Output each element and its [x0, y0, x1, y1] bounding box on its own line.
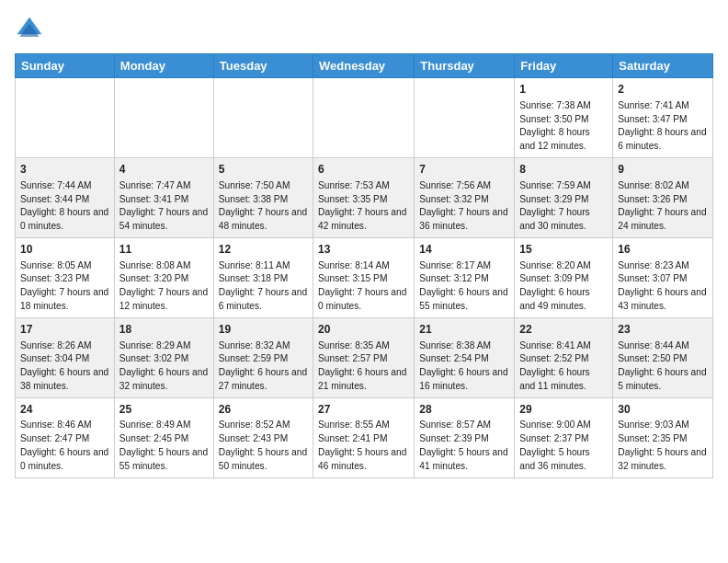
day-cell: [415, 78, 515, 158]
day-number: 25: [119, 402, 209, 418]
day-info: Sunrise: 8:23 AM Sunset: 3:07 PM Dayligh…: [618, 259, 708, 314]
day-info: Sunrise: 8:05 AM Sunset: 3:23 PM Dayligh…: [20, 259, 109, 314]
day-cell: 10Sunrise: 8:05 AM Sunset: 3:23 PM Dayli…: [16, 237, 115, 317]
day-number: 5: [219, 162, 308, 178]
day-cell: 16Sunrise: 8:23 AM Sunset: 3:07 PM Dayli…: [613, 237, 713, 317]
day-info: Sunrise: 8:32 AM Sunset: 2:59 PM Dayligh…: [219, 339, 308, 394]
week-row-4: 24Sunrise: 8:46 AM Sunset: 2:47 PM Dayli…: [16, 397, 713, 477]
day-number: 7: [419, 162, 509, 178]
day-cell: 29Sunrise: 9:00 AM Sunset: 2:37 PM Dayli…: [515, 397, 613, 477]
day-number: 15: [519, 242, 608, 258]
day-number: 20: [318, 322, 409, 338]
week-row-2: 10Sunrise: 8:05 AM Sunset: 3:23 PM Dayli…: [16, 237, 713, 317]
day-info: Sunrise: 8:57 AM Sunset: 2:39 PM Dayligh…: [419, 419, 509, 473]
header-cell-friday: Friday: [515, 54, 613, 78]
day-number: 24: [20, 402, 109, 418]
day-cell: 7Sunrise: 7:56 AM Sunset: 3:32 PM Daylig…: [415, 157, 515, 237]
day-cell: 12Sunrise: 8:11 AM Sunset: 3:18 PM Dayli…: [213, 237, 313, 317]
header: [15, 15, 713, 44]
header-cell-wednesday: Wednesday: [313, 54, 415, 78]
day-info: Sunrise: 8:17 AM Sunset: 3:12 PM Dayligh…: [419, 259, 509, 314]
day-cell: 8Sunrise: 7:59 AM Sunset: 3:29 PM Daylig…: [515, 157, 613, 237]
day-info: Sunrise: 8:55 AM Sunset: 2:41 PM Dayligh…: [318, 419, 409, 473]
day-info: Sunrise: 8:49 AM Sunset: 2:45 PM Dayligh…: [119, 419, 209, 473]
day-number: 26: [219, 402, 308, 418]
day-number: 14: [419, 242, 509, 258]
day-info: Sunrise: 8:20 AM Sunset: 3:09 PM Dayligh…: [519, 259, 608, 314]
day-info: Sunrise: 7:47 AM Sunset: 3:41 PM Dayligh…: [119, 179, 209, 234]
day-info: Sunrise: 7:41 AM Sunset: 3:47 PM Dayligh…: [618, 99, 708, 154]
day-cell: 18Sunrise: 8:29 AM Sunset: 3:02 PM Dayli…: [114, 317, 213, 397]
day-cell: 9Sunrise: 8:02 AM Sunset: 3:26 PM Daylig…: [613, 157, 713, 237]
day-cell: 17Sunrise: 8:26 AM Sunset: 3:04 PM Dayli…: [16, 317, 115, 397]
day-number: 12: [219, 242, 308, 258]
day-number: 29: [519, 402, 608, 418]
day-info: Sunrise: 8:41 AM Sunset: 2:52 PM Dayligh…: [519, 339, 608, 394]
day-info: Sunrise: 8:02 AM Sunset: 3:26 PM Dayligh…: [618, 179, 708, 234]
header-cell-thursday: Thursday: [415, 54, 515, 78]
page: SundayMondayTuesdayWednesdayThursdayFrid…: [0, 0, 728, 493]
day-info: Sunrise: 8:14 AM Sunset: 3:15 PM Dayligh…: [318, 259, 409, 314]
day-cell: 27Sunrise: 8:55 AM Sunset: 2:41 PM Dayli…: [313, 397, 415, 477]
day-number: 8: [519, 162, 608, 178]
day-number: 28: [419, 402, 509, 418]
week-row-0: 1Sunrise: 7:38 AM Sunset: 3:50 PM Daylig…: [16, 78, 713, 158]
day-number: 16: [618, 242, 708, 258]
logo-icon: [15, 15, 44, 44]
day-cell: 19Sunrise: 8:32 AM Sunset: 2:59 PM Dayli…: [213, 317, 313, 397]
day-cell: 5Sunrise: 7:50 AM Sunset: 3:38 PM Daylig…: [213, 157, 313, 237]
day-cell: 22Sunrise: 8:41 AM Sunset: 2:52 PM Dayli…: [515, 317, 613, 397]
calendar-table: SundayMondayTuesdayWednesdayThursdayFrid…: [15, 53, 713, 478]
day-cell: [313, 78, 415, 158]
calendar-body: 1Sunrise: 7:38 AM Sunset: 3:50 PM Daylig…: [16, 78, 713, 478]
day-cell: 30Sunrise: 9:03 AM Sunset: 2:35 PM Dayli…: [613, 397, 713, 477]
day-info: Sunrise: 7:50 AM Sunset: 3:38 PM Dayligh…: [219, 179, 308, 234]
day-number: 30: [618, 402, 708, 418]
day-info: Sunrise: 9:00 AM Sunset: 2:37 PM Dayligh…: [519, 419, 608, 473]
day-cell: 4Sunrise: 7:47 AM Sunset: 3:41 PM Daylig…: [114, 157, 213, 237]
day-cell: 23Sunrise: 8:44 AM Sunset: 2:50 PM Dayli…: [613, 317, 713, 397]
day-number: 23: [618, 322, 708, 338]
header-row: SundayMondayTuesdayWednesdayThursdayFrid…: [16, 54, 713, 78]
day-info: Sunrise: 7:56 AM Sunset: 3:32 PM Dayligh…: [419, 179, 509, 234]
header-cell-saturday: Saturday: [613, 54, 713, 78]
day-number: 9: [618, 162, 708, 178]
day-number: 2: [618, 82, 708, 98]
day-number: 21: [419, 322, 509, 338]
day-info: Sunrise: 7:59 AM Sunset: 3:29 PM Dayligh…: [519, 179, 608, 234]
day-cell: 13Sunrise: 8:14 AM Sunset: 3:15 PM Dayli…: [313, 237, 415, 317]
day-cell: 3Sunrise: 7:44 AM Sunset: 3:44 PM Daylig…: [16, 157, 115, 237]
day-number: 19: [219, 322, 308, 338]
day-cell: 24Sunrise: 8:46 AM Sunset: 2:47 PM Dayli…: [16, 397, 115, 477]
day-info: Sunrise: 8:11 AM Sunset: 3:18 PM Dayligh…: [219, 259, 308, 314]
day-number: 10: [20, 242, 109, 258]
day-info: Sunrise: 8:29 AM Sunset: 3:02 PM Dayligh…: [119, 339, 209, 394]
day-cell: 15Sunrise: 8:20 AM Sunset: 3:09 PM Dayli…: [515, 237, 613, 317]
day-cell: 21Sunrise: 8:38 AM Sunset: 2:54 PM Dayli…: [415, 317, 515, 397]
day-cell: 11Sunrise: 8:08 AM Sunset: 3:20 PM Dayli…: [114, 237, 213, 317]
day-info: Sunrise: 8:52 AM Sunset: 2:43 PM Dayligh…: [219, 419, 308, 473]
logo: [15, 15, 46, 44]
header-cell-sunday: Sunday: [16, 54, 115, 78]
header-cell-tuesday: Tuesday: [213, 54, 313, 78]
day-cell: [213, 78, 313, 158]
day-cell: 2Sunrise: 7:41 AM Sunset: 3:47 PM Daylig…: [613, 78, 713, 158]
day-number: 6: [318, 162, 409, 178]
day-number: 27: [318, 402, 409, 418]
day-cell: 6Sunrise: 7:53 AM Sunset: 3:35 PM Daylig…: [313, 157, 415, 237]
day-cell: 14Sunrise: 8:17 AM Sunset: 3:12 PM Dayli…: [415, 237, 515, 317]
week-row-1: 3Sunrise: 7:44 AM Sunset: 3:44 PM Daylig…: [16, 157, 713, 237]
day-info: Sunrise: 9:03 AM Sunset: 2:35 PM Dayligh…: [618, 419, 708, 473]
day-number: 1: [519, 82, 608, 98]
day-cell: 25Sunrise: 8:49 AM Sunset: 2:45 PM Dayli…: [114, 397, 213, 477]
day-cell: 20Sunrise: 8:35 AM Sunset: 2:57 PM Dayli…: [313, 317, 415, 397]
day-cell: 1Sunrise: 7:38 AM Sunset: 3:50 PM Daylig…: [515, 78, 613, 158]
day-number: 4: [119, 162, 209, 178]
day-number: 18: [119, 322, 209, 338]
day-cell: [114, 78, 213, 158]
day-number: 17: [20, 322, 109, 338]
day-number: 13: [318, 242, 409, 258]
day-info: Sunrise: 8:38 AM Sunset: 2:54 PM Dayligh…: [419, 339, 509, 394]
day-info: Sunrise: 8:26 AM Sunset: 3:04 PM Dayligh…: [20, 339, 109, 394]
day-info: Sunrise: 8:44 AM Sunset: 2:50 PM Dayligh…: [618, 339, 708, 394]
